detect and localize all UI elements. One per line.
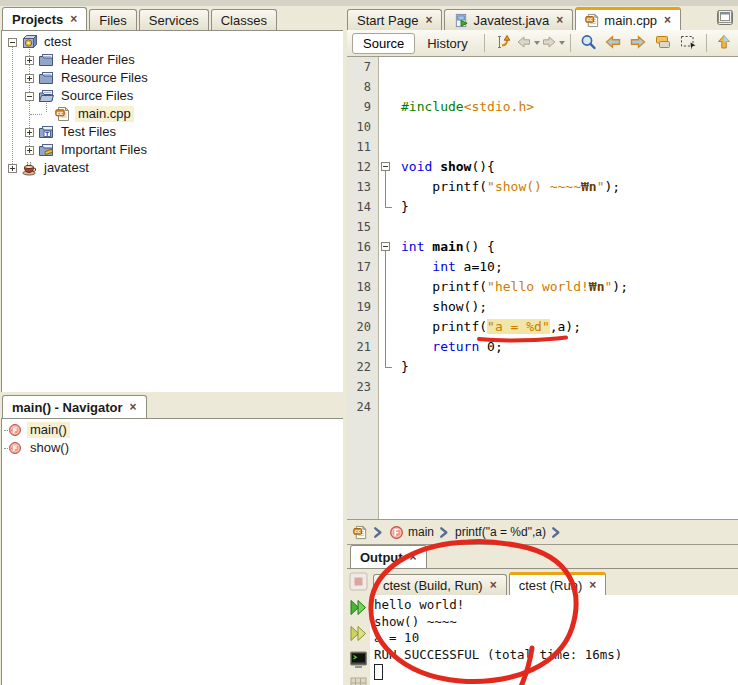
tree-item-label: Header Files (58, 52, 138, 68)
code-line[interactable]: 21 return 0; (347, 337, 738, 357)
tree-item-important-files[interactable]: Important Files (2, 141, 344, 159)
code-line[interactable]: 14} (347, 197, 738, 217)
build-options-button[interactable] (348, 675, 369, 685)
close-icon[interactable]: × (425, 14, 432, 26)
expander-plus-icon (25, 56, 34, 65)
tree-item-label: ctest (41, 34, 74, 50)
tab-classes[interactable]: Classes (211, 9, 277, 30)
tree-item-ctest[interactable]: ctest (2, 33, 344, 51)
close-icon[interactable]: × (664, 14, 671, 26)
navigator-item-show[interactable]: Fshow() (2, 439, 344, 457)
code-line[interactable]: 10 (347, 117, 738, 137)
stop-button[interactable] (348, 571, 369, 592)
line-number: 11 (347, 137, 378, 157)
output-tab-ctest-run[interactable]: ctest (Run)× (509, 572, 607, 595)
tree-item-source-files[interactable]: Source Files (2, 87, 344, 105)
editor-tab-main-cpp[interactable]: ccmain.cpp× (575, 7, 681, 30)
next-occurrence-button[interactable] (627, 33, 650, 54)
find-selection-button[interactable] (577, 33, 600, 54)
prev-occurrence-button[interactable] (602, 33, 625, 54)
fold-line (385, 357, 386, 367)
code-line[interactable]: 12void show(){ (347, 157, 738, 177)
tree-item-javatest[interactable]: javatest (2, 159, 344, 177)
breadcrumb-item-printf-a-d-a[interactable]: printf("a = %d",a) (455, 525, 546, 539)
code-line[interactable]: 23 (347, 377, 738, 397)
code-line[interactable]: 13 printf("show() ~~~~₩n"); (347, 177, 738, 197)
navigator-panel[interactable]: Fmain()Fshow() (1, 418, 345, 685)
source-view-button[interactable]: Source (352, 33, 415, 54)
tree-item-test-files[interactable]: TTest Files (2, 123, 344, 141)
line-number: 20 (347, 317, 378, 337)
back-button[interactable] (516, 33, 539, 54)
tree-connector (30, 114, 42, 115)
code-line[interactable]: 16int main() { (347, 237, 738, 257)
tree-item-header-files[interactable]: Header Files (2, 51, 344, 69)
code-line[interactable]: 8 (347, 77, 738, 97)
tab-navigator[interactable]: main() - Navigator × (2, 395, 147, 418)
rerun-alt-button[interactable] (348, 623, 369, 644)
fold-margin (378, 397, 394, 417)
tab-output-window[interactable]: Output × (350, 545, 427, 568)
code-line[interactable]: 22} (347, 357, 738, 377)
fold-margin (378, 77, 394, 97)
code-line[interactable]: 19 show(); (347, 297, 738, 317)
rerun-button[interactable] (348, 597, 369, 618)
history-view-button[interactable]: History (417, 34, 477, 53)
code-line[interactable]: 20 printf("a = %d",a); (347, 317, 738, 337)
tab-services[interactable]: Services (139, 9, 209, 30)
toggle-highlight-button[interactable] (652, 33, 675, 54)
svg-text:cc: cc (355, 528, 361, 534)
close-icon[interactable]: × (410, 551, 417, 563)
line-number: 16 (347, 237, 378, 257)
code-line[interactable]: 11 (347, 137, 738, 157)
line-number: 9 (347, 97, 378, 117)
navigator-item-main[interactable]: Fmain() (2, 421, 344, 439)
back-icon (515, 33, 533, 54)
tree-item-resource-files[interactable]: Resource Files (2, 69, 344, 87)
editor-tab-javatest-java[interactable]: Javatest.java× (444, 9, 573, 30)
breadcrumb-chevron-icon (439, 526, 450, 539)
close-icon[interactable]: × (130, 401, 137, 413)
code-editor[interactable]: 789#include<stdio.h>101112void show(){13… (347, 57, 738, 519)
expander-minus-icon (25, 92, 34, 101)
tree-connector (4, 430, 12, 431)
c-project-icon (21, 34, 37, 50)
code-line[interactable]: 7 (347, 57, 738, 77)
code-line[interactable]: 24 (347, 397, 738, 417)
tab-label: Javatest.java (473, 13, 549, 28)
output-window-tabbar: Output × (347, 545, 738, 568)
projects-tree[interactable]: ctestHeader FilesResource FilesSource Fi… (1, 30, 345, 394)
tab-projects[interactable]: Projects× (2, 7, 87, 30)
output-console[interactable]: hello world!show() ~~~~a = 10RUN SUCCESS… (370, 595, 738, 685)
fold-line (385, 177, 386, 197)
toolbar-separator (484, 34, 485, 52)
folder-test-icon: T (38, 124, 54, 140)
code-text: show(); (394, 297, 487, 317)
code-token: ); (605, 179, 621, 194)
breadcrumb-item-main[interactable]: Fmain (389, 525, 434, 540)
close-icon[interactable]: × (490, 579, 497, 591)
tree-item-main-cpp[interactable]: ccmain.cpp (2, 105, 344, 123)
output-tab-ctest-build-run[interactable]: ctest (Build, Run)× (373, 574, 507, 595)
code-token: ,a); (550, 319, 581, 334)
close-icon[interactable]: × (70, 13, 77, 25)
code-token: show(); (401, 299, 487, 314)
code-line[interactable]: 17 int a=10; (347, 257, 738, 277)
terminal-button[interactable] (348, 649, 369, 670)
code-line[interactable]: 15 (347, 217, 738, 237)
output-window-tab-label: Output (360, 550, 403, 565)
close-icon[interactable]: × (589, 579, 596, 591)
close-icon[interactable]: × (556, 14, 563, 26)
rect-selection-button[interactable] (677, 33, 700, 54)
forward-button[interactable] (541, 33, 564, 54)
editor-tab-start-page[interactable]: Start Page× (347, 9, 442, 30)
tab-files[interactable]: Files (89, 9, 136, 30)
prev-bookmark-button[interactable] (713, 33, 736, 54)
editor-tabbar: Start Page×Javatest.java×ccmain.cpp× (347, 6, 738, 30)
expander-minus-icon (8, 38, 17, 47)
code-line[interactable]: 9#include<stdio.h> (347, 97, 738, 117)
tree-item-label: javatest (41, 160, 92, 176)
fold-margin (378, 357, 394, 377)
code-line[interactable]: 18 printf("hello world!₩n"); (347, 277, 738, 297)
last-edit-button[interactable] (491, 33, 514, 54)
